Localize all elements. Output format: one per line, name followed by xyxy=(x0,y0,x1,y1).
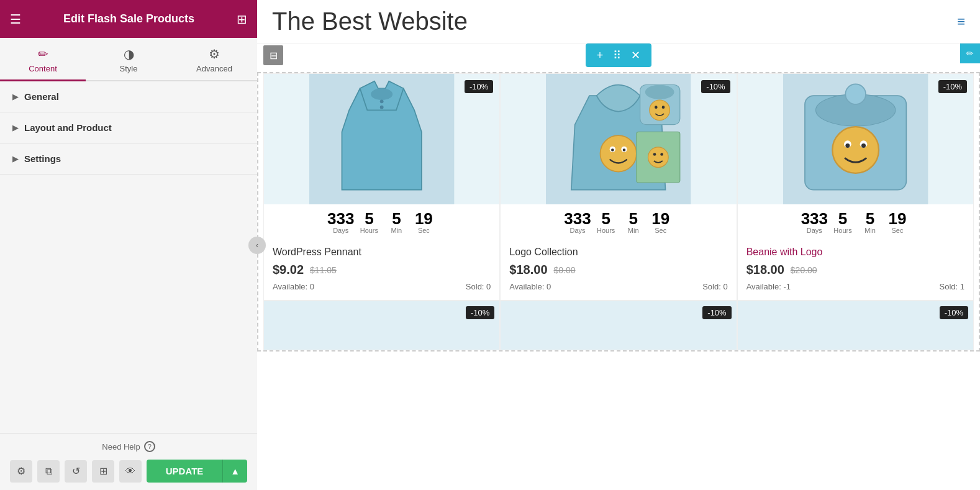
need-help[interactable]: Need Help ? xyxy=(10,441,247,452)
gear-icon: ⚙ xyxy=(209,47,220,61)
tab-content[interactable]: ✏ Content xyxy=(0,38,86,81)
countdown-bar-3: 333 Days 5 Hours 5 Min 19 Sec xyxy=(738,204,973,240)
edit-pencil-button[interactable]: ✏ xyxy=(960,43,980,63)
update-arrow-button[interactable]: ▲ xyxy=(222,460,247,483)
sidebar-tabs: ✏ Content ◑ Style ⚙ Advanced xyxy=(0,38,257,81)
update-group: UPDATE ▲ xyxy=(147,460,247,483)
countdown-hours-3: 5 Hours xyxy=(830,211,855,234)
stock-row-2: Available: 0 Sold: 0 xyxy=(509,282,727,291)
svg-point-17 xyxy=(662,106,665,109)
product-name-3: Beanie with Logo xyxy=(746,247,964,258)
svg-point-20 xyxy=(653,153,656,156)
price-original-1: $11.05 xyxy=(310,265,337,275)
svg-point-19 xyxy=(648,147,669,168)
product-info-3: Beanie with Logo $18.00 $20.00 Available… xyxy=(738,240,973,300)
layout-icon-btn[interactable]: ⊞ xyxy=(92,460,114,483)
grid-icon[interactable]: ⊞ xyxy=(237,12,247,27)
discount-badge-5: -10% xyxy=(702,306,731,319)
svg-point-14 xyxy=(645,85,674,99)
countdown-min-3: 5 Min xyxy=(858,211,882,234)
product-card-partial-1: -10% xyxy=(263,301,500,350)
widget-move-button[interactable]: ⠿ xyxy=(610,47,624,63)
pencil-icon: ✏ xyxy=(38,47,48,61)
discount-badge-3: -10% xyxy=(938,80,967,93)
main-content: The Best Website ≡ ⊟ + ⠿ ✕ ✏ xyxy=(257,0,980,490)
discount-badge-2: -10% xyxy=(701,80,730,93)
svg-point-4 xyxy=(380,99,384,103)
product-card-2: -10% 333 Days 5 Hours 5 Min 19 Sec xyxy=(500,73,737,301)
svg-point-29 xyxy=(845,143,850,148)
style-icon: ◑ xyxy=(124,47,134,61)
price-row-2: $18.00 $0.00 xyxy=(509,263,727,277)
sidebar: ☰ Edit Flash Sale Products ⊞ ✏ Content ◑… xyxy=(0,0,257,490)
price-current-3: $18.00 xyxy=(746,263,784,277)
accordion-settings: ▶ Settings xyxy=(0,143,257,175)
product-card: -10% 333 Days 5 Hours 5 Min 19 Sec xyxy=(263,73,500,301)
collapse-sidebar-button[interactable]: ‹ xyxy=(248,237,266,254)
product-image-wrap-3: -10% xyxy=(738,74,973,204)
stock-row-1: Available: 0 Sold: 0 xyxy=(273,282,491,291)
sidebar-title: Edit Flash Sale Products xyxy=(63,12,194,25)
product-image-wrap-1: -10% xyxy=(264,74,499,204)
available-1: Available: 0 xyxy=(273,282,314,291)
product-info-1: WordPress Pennant $9.02 $11.05 Available… xyxy=(264,240,499,300)
sold-2: Sold: 0 xyxy=(702,282,727,291)
countdown-bar-2: 333 Days 5 Hours 5 Min 19 Sec xyxy=(501,204,736,240)
price-current-1: $9.02 xyxy=(273,263,304,277)
countdown-sec-3: 19 Sec xyxy=(885,211,910,234)
svg-point-30 xyxy=(861,143,866,148)
price-original-2: $0.00 xyxy=(554,265,576,275)
price-current-2: $18.00 xyxy=(509,263,547,277)
svg-point-25 xyxy=(845,84,866,104)
countdown-days-3: 333 Days xyxy=(801,211,828,234)
tab-style-label: Style xyxy=(120,64,138,73)
arrow-icon-layout: ▶ xyxy=(12,124,18,132)
available-3: Available: -1 xyxy=(746,282,791,291)
sold-3: Sold: 1 xyxy=(940,282,964,291)
sold-1: Sold: 0 xyxy=(466,282,491,291)
history-icon-btn[interactable]: ↺ xyxy=(65,460,87,483)
svg-point-3 xyxy=(371,88,392,100)
bottom-actions: ⚙ ⧉ ↺ ⊞ 👁 UPDATE ▲ xyxy=(10,460,247,483)
countdown-bar-1: 333 Days 5 Hours 5 Min 19 Sec xyxy=(264,204,499,240)
countdown-days-2: 333 Days xyxy=(564,211,591,234)
widget-toolbar: ⊟ + ⠿ ✕ ✏ xyxy=(257,43,980,67)
product-card-partial-3: -10% xyxy=(737,301,974,350)
svg-point-5 xyxy=(380,106,384,109)
accordion-general: ▶ General xyxy=(0,81,257,112)
svg-point-21 xyxy=(661,153,664,156)
discount-badge-6: -10% xyxy=(940,306,968,319)
discount-badge-1: -10% xyxy=(465,80,493,93)
accordion-settings-label: Settings xyxy=(24,153,61,164)
widget-close-button[interactable]: ✕ xyxy=(628,47,643,63)
svg-point-8 xyxy=(601,135,637,171)
tab-content-label: Content xyxy=(29,64,57,73)
top-bar: The Best Website ≡ xyxy=(257,0,980,43)
hamburger-icon[interactable]: ☰ xyxy=(10,12,21,27)
product-image-wrap-2: -10% xyxy=(501,74,736,204)
tab-advanced[interactable]: ⚙ Advanced xyxy=(171,38,257,81)
help-icon: ? xyxy=(144,441,155,452)
product-info-2: Logo Collection $18.00 $0.00 Available: … xyxy=(501,240,736,300)
tab-style[interactable]: ◑ Style xyxy=(86,38,171,81)
arrow-icon: ▶ xyxy=(12,93,18,101)
top-menu-icon[interactable]: ≡ xyxy=(957,14,965,30)
section-toggle-btn[interactable]: ⊟ xyxy=(263,45,283,65)
svg-point-12 xyxy=(623,148,626,152)
sidebar-header: ☰ Edit Flash Sale Products ⊞ xyxy=(0,0,257,38)
countdown-days-1: 333 Days xyxy=(327,211,354,234)
product-grid: -10% 333 Days 5 Hours 5 Min 19 Sec xyxy=(257,72,980,352)
sidebar-bottom: Need Help ? ⚙ ⧉ ↺ ⊞ 👁 UPDATE ▲ xyxy=(0,433,257,490)
layers-icon-btn[interactable]: ⧉ xyxy=(37,460,60,483)
accordion-layout-label: Layout and Product xyxy=(24,122,112,133)
discount-badge-4: -10% xyxy=(466,306,494,319)
widget-add-button[interactable]: + xyxy=(594,48,606,63)
svg-point-11 xyxy=(611,148,614,152)
product-card-partial-2: -10% xyxy=(500,301,737,350)
preview-icon-btn[interactable]: 👁 xyxy=(119,460,142,483)
site-title: The Best Website xyxy=(272,7,468,35)
product-name-1: WordPress Pennant xyxy=(273,247,491,258)
settings-icon-btn[interactable]: ⚙ xyxy=(10,460,32,483)
update-button[interactable]: UPDATE xyxy=(147,460,222,483)
price-row-1: $9.02 $11.05 xyxy=(273,263,491,277)
